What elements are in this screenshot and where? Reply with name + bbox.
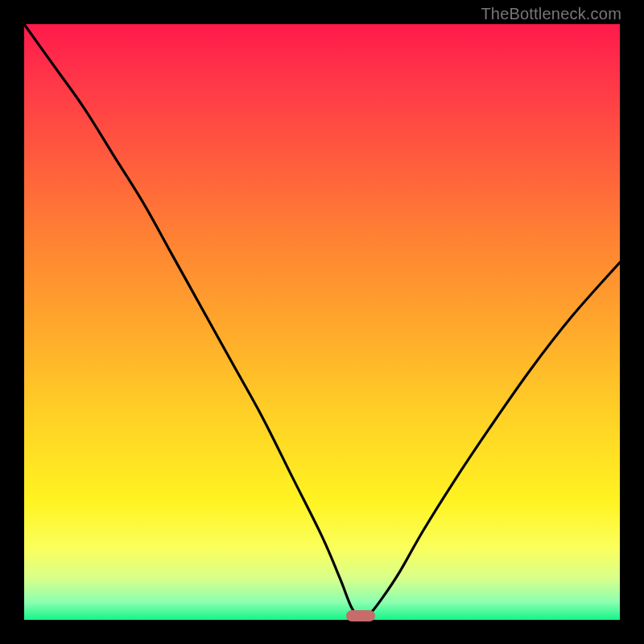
curve-line <box>24 24 620 617</box>
min-marker <box>346 610 375 621</box>
watermark-text: TheBottleneck.com <box>481 5 621 23</box>
chart-svg <box>24 24 620 620</box>
chart-frame: TheBottleneck.com <box>0 0 644 644</box>
plot-area <box>24 24 620 620</box>
